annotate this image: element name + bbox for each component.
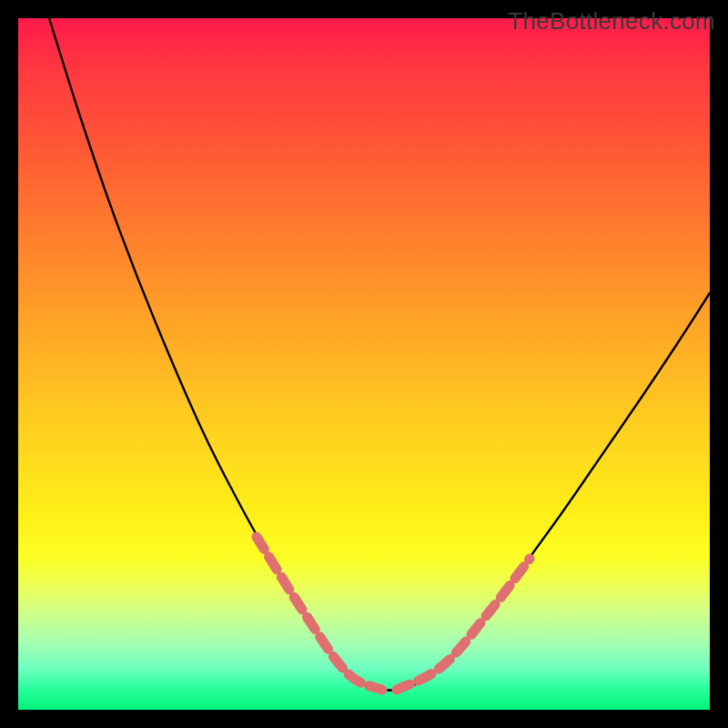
chart-series-highlight	[257, 537, 382, 690]
chart-series-highlight	[397, 559, 530, 690]
chart-series-main	[49, 18, 710, 691]
chart-plot-area	[18, 18, 710, 710]
chart-svg	[18, 18, 710, 710]
watermark-text: TheBottleneck.com	[508, 7, 715, 35]
